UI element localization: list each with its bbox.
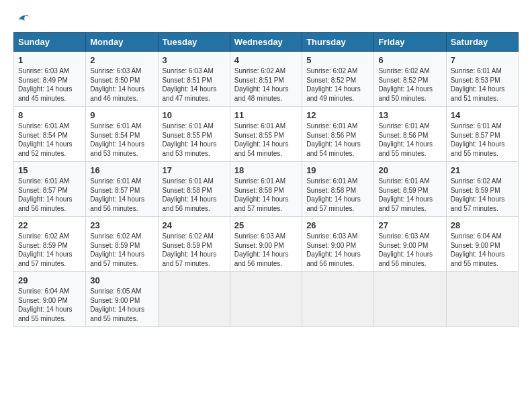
cell-data-line: and 57 minutes. <box>163 259 226 269</box>
cell-data-line: Sunrise: 6:02 AM <box>306 66 369 76</box>
calendar-cell: 24Sunrise: 6:02 AMSunset: 8:59 PMDayligh… <box>158 217 230 272</box>
cell-data-line: Sunrise: 6:03 AM <box>306 232 369 241</box>
cell-data-line: and 57 minutes. <box>306 204 369 214</box>
cell-data-line: and 55 minutes. <box>18 314 81 324</box>
cell-data-line: Sunset: 8:49 PM <box>18 76 81 85</box>
day-number: 4 <box>234 55 298 65</box>
calendar-cell: 7Sunrise: 6:01 AMSunset: 8:53 PMDaylight… <box>446 52 518 107</box>
calendar-cell: 27Sunrise: 6:03 AMSunset: 9:00 PMDayligh… <box>374 217 446 272</box>
cell-data-line: Daylight: 14 hours <box>90 250 153 259</box>
cell-data-line: Sunset: 9:00 PM <box>451 241 514 250</box>
calendar-cell: 10Sunrise: 6:01 AMSunset: 8:55 PMDayligh… <box>158 107 230 162</box>
day-number: 7 <box>451 55 514 65</box>
cell-data-line: Sunrise: 6:01 AM <box>306 122 369 131</box>
cell-data-line: Daylight: 14 hours <box>306 140 369 149</box>
day-number: 21 <box>451 165 514 175</box>
cell-data-line: Sunset: 8:59 PM <box>378 186 441 195</box>
cell-data-line: Sunrise: 6:03 AM <box>163 66 226 76</box>
cell-data-line: Sunset: 9:00 PM <box>234 241 298 250</box>
cell-data-line: Sunset: 8:51 PM <box>234 76 298 85</box>
day-number: 6 <box>378 55 441 65</box>
logo <box>13 11 30 26</box>
cell-data-line: Daylight: 14 hours <box>378 85 441 94</box>
header-day-wednesday: Wednesday <box>230 33 302 52</box>
cell-data-line: Sunrise: 6:05 AM <box>90 287 153 296</box>
calendar-cell: 13Sunrise: 6:01 AMSunset: 8:56 PMDayligh… <box>374 107 446 162</box>
cell-data-line: and 50 minutes. <box>378 94 441 103</box>
cell-data-line: Sunrise: 6:02 AM <box>163 232 226 241</box>
cell-data-line: Sunrise: 6:01 AM <box>163 177 226 186</box>
day-number: 15 <box>18 165 81 175</box>
calendar-cell: 29Sunrise: 6:04 AMSunset: 9:00 PMDayligh… <box>14 272 86 327</box>
day-number: 12 <box>306 110 369 120</box>
calendar-cell: 4Sunrise: 6:02 AMSunset: 8:51 PMDaylight… <box>230 52 302 107</box>
cell-data-line: Sunset: 8:54 PM <box>90 131 153 140</box>
day-number: 3 <box>163 55 226 65</box>
cell-data-line: Sunrise: 6:01 AM <box>451 122 514 131</box>
calendar-cell <box>230 272 302 327</box>
calendar-cell: 30Sunrise: 6:05 AMSunset: 9:00 PMDayligh… <box>86 272 158 327</box>
cell-data-line: Sunset: 9:00 PM <box>306 241 369 250</box>
cell-data-line: Sunset: 8:54 PM <box>18 131 81 140</box>
cell-data-line: Sunset: 8:55 PM <box>163 131 226 140</box>
calendar-week-2: 8Sunrise: 6:01 AMSunset: 8:54 PMDaylight… <box>14 107 519 162</box>
header-day-monday: Monday <box>86 33 158 52</box>
day-number: 11 <box>234 110 298 120</box>
calendar-table: SundayMondayTuesdayWednesdayThursdayFrid… <box>13 32 519 327</box>
cell-data-line: Sunset: 8:58 PM <box>234 186 298 195</box>
cell-data-line: and 54 minutes. <box>306 149 369 158</box>
cell-data-line: Sunrise: 6:01 AM <box>18 177 81 186</box>
cell-data-line: Daylight: 14 hours <box>234 250 298 259</box>
cell-data-line: and 56 minutes. <box>306 259 369 269</box>
cell-data-line: and 57 minutes. <box>451 204 514 214</box>
calendar-cell: 2Sunrise: 6:03 AMSunset: 8:50 PMDaylight… <box>86 52 158 107</box>
cell-data-line: Sunrise: 6:03 AM <box>18 66 81 76</box>
cell-data-line: Sunrise: 6:03 AM <box>90 66 153 76</box>
day-number: 9 <box>90 110 153 120</box>
cell-data-line: Sunset: 8:56 PM <box>378 131 441 140</box>
cell-data-line: Sunrise: 6:03 AM <box>378 232 441 241</box>
calendar-cell: 8Sunrise: 6:01 AMSunset: 8:54 PMDaylight… <box>14 107 86 162</box>
day-number: 18 <box>234 165 298 175</box>
cell-data-line: Daylight: 14 hours <box>451 85 514 94</box>
cell-data-line: Sunset: 8:59 PM <box>18 241 81 250</box>
cell-data-line: Daylight: 14 hours <box>90 140 153 149</box>
day-number: 25 <box>234 220 298 230</box>
calendar-cell <box>446 272 518 327</box>
cell-data-line: and 52 minutes. <box>18 149 81 158</box>
cell-data-line: Sunset: 8:50 PM <box>90 76 153 85</box>
cell-data-line: Sunrise: 6:01 AM <box>234 122 298 131</box>
cell-data-line: and 48 minutes. <box>234 94 298 103</box>
day-number: 28 <box>451 220 514 230</box>
cell-data-line: Sunrise: 6:04 AM <box>18 287 81 296</box>
cell-data-line: Sunset: 8:52 PM <box>306 76 369 85</box>
cell-data-line: Daylight: 14 hours <box>234 140 298 149</box>
cell-data-line: Sunrise: 6:01 AM <box>90 177 153 186</box>
day-number: 8 <box>18 110 81 120</box>
calendar-week-3: 15Sunrise: 6:01 AMSunset: 8:57 PMDayligh… <box>14 162 519 217</box>
cell-data-line: and 45 minutes. <box>18 94 81 103</box>
cell-data-line: Sunrise: 6:01 AM <box>163 122 226 131</box>
day-number: 20 <box>378 165 441 175</box>
cell-data-line: and 56 minutes. <box>378 259 441 269</box>
cell-data-line: Daylight: 14 hours <box>451 250 514 259</box>
cell-data-line: and 47 minutes. <box>163 94 226 103</box>
cell-data-line: and 55 minutes. <box>378 149 441 158</box>
cell-data-line: Sunset: 9:00 PM <box>378 241 441 250</box>
day-number: 2 <box>90 55 153 65</box>
calendar-week-5: 29Sunrise: 6:04 AMSunset: 9:00 PMDayligh… <box>14 272 519 327</box>
cell-data-line: Sunset: 8:53 PM <box>451 76 514 85</box>
cell-data-line: Daylight: 14 hours <box>234 85 298 94</box>
cell-data-line: Sunrise: 6:01 AM <box>306 177 369 186</box>
day-number: 24 <box>163 220 226 230</box>
cell-data-line: and 56 minutes. <box>90 204 153 214</box>
day-number: 13 <box>378 110 441 120</box>
cell-data-line: and 55 minutes. <box>451 259 514 269</box>
cell-data-line: Daylight: 14 hours <box>90 305 153 314</box>
header-day-friday: Friday <box>374 33 446 52</box>
calendar-cell <box>374 272 446 327</box>
calendar-cell: 15Sunrise: 6:01 AMSunset: 8:57 PMDayligh… <box>14 162 86 217</box>
cell-data-line: and 55 minutes. <box>451 149 514 158</box>
cell-data-line: and 54 minutes. <box>234 149 298 158</box>
cell-data-line: and 57 minutes. <box>90 259 153 269</box>
